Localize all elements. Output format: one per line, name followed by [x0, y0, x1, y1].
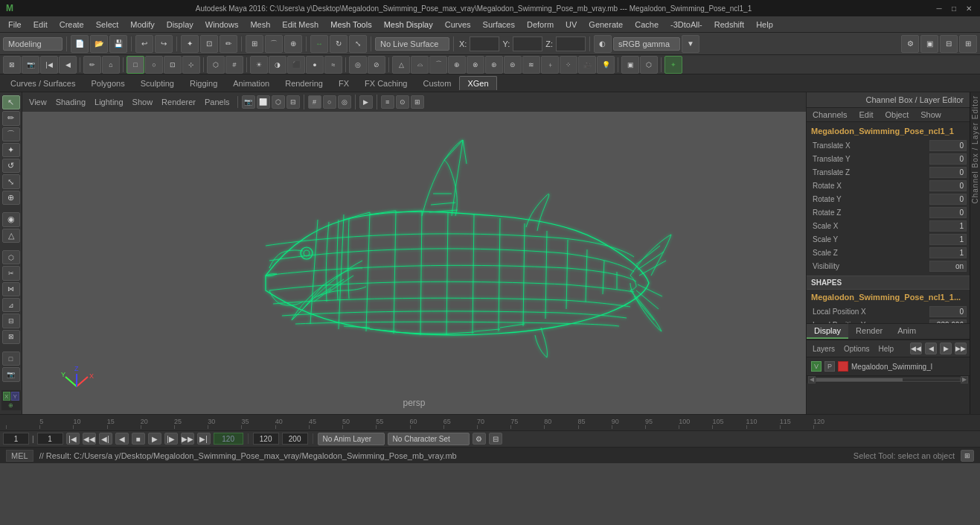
- texture-button[interactable]: ⬛: [287, 56, 305, 74]
- tab-rigging[interactable]: Rigging: [182, 77, 225, 90]
- layer-color-swatch[interactable]: [838, 361, 848, 372]
- dt-tab-anim[interactable]: Anim: [890, 324, 923, 339]
- playback-key-prev-button[interactable]: ◀: [59, 56, 77, 74]
- menu-generate[interactable]: Generate: [583, 19, 628, 31]
- rotate-mode-button[interactable]: ↺: [2, 159, 20, 173]
- connect-button[interactable]: ⋈: [2, 282, 20, 296]
- show-ik-button[interactable]: ⊗: [467, 56, 484, 74]
- cb-visibility-value[interactable]: [929, 261, 967, 272]
- menu-deform[interactable]: Deform: [522, 19, 559, 31]
- menu-modify[interactable]: Modify: [125, 19, 159, 31]
- playback-options-button[interactable]: ⚙: [473, 433, 486, 445]
- show-hair-button[interactable]: ⍭: [541, 56, 559, 74]
- render-view-button[interactable]: ▣: [621, 56, 639, 74]
- menu-curves[interactable]: Curves: [440, 19, 476, 31]
- snap-grid-button[interactable]: ⊞: [246, 35, 263, 53]
- select-mode-button[interactable]: ↖: [2, 95, 20, 109]
- snap-curve-button[interactable]: ⌒: [265, 35, 283, 53]
- paint-select-mode-button[interactable]: ✏: [2, 111, 20, 125]
- layer-playback-toggle[interactable]: P: [824, 361, 835, 372]
- paint-effects-button[interactable]: ✏: [83, 56, 101, 74]
- cb-translate-y-value[interactable]: [929, 153, 967, 165]
- xgen-button[interactable]: ✦: [664, 56, 682, 74]
- scrollbar-track[interactable]: [816, 378, 961, 382]
- cb-scale-y-value[interactable]: [929, 234, 967, 245]
- rotate-tool-button[interactable]: ↻: [330, 35, 348, 53]
- extrude-button[interactable]: ⊟: [2, 314, 20, 328]
- scrollbar-thumb[interactable]: [816, 378, 903, 381]
- snap-point-button[interactable]: ⊕: [284, 35, 302, 53]
- shadow-button[interactable]: ◑: [269, 56, 286, 74]
- select-tool-button[interactable]: ✦: [181, 35, 199, 53]
- universal-mode-button[interactable]: ⊕: [2, 191, 20, 205]
- menu-help[interactable]: Help: [751, 19, 778, 31]
- tab-xgen[interactable]: XGen: [459, 76, 496, 90]
- tab-rendering[interactable]: Rendering: [278, 77, 330, 90]
- lasso-mode-button[interactable]: ⌒: [2, 127, 20, 141]
- menu-surfaces[interactable]: Surfaces: [478, 19, 520, 31]
- play-back-button[interactable]: ◀: [115, 433, 129, 445]
- playback-prev-button[interactable]: |◀: [40, 56, 58, 74]
- cb-tab-object[interactable]: Object: [879, 108, 915, 121]
- skip-to-start-button[interactable]: |◀: [66, 433, 80, 445]
- le-help-menu[interactable]: Help: [875, 344, 897, 354]
- camera-settings-button[interactable]: 📷: [22, 56, 39, 74]
- maximize-button[interactable]: □: [949, 3, 959, 13]
- attribute-editor-strip[interactable]: Channel Box / Layer Editor: [970, 92, 980, 414]
- cb-tab-edit[interactable]: Edit: [853, 108, 879, 121]
- start-frame-input[interactable]: [37, 433, 63, 445]
- range-end-input[interactable]: [253, 433, 279, 445]
- show-fluids-button[interactable]: ≋: [522, 56, 540, 74]
- ambient-occlusion-button[interactable]: ●: [306, 56, 324, 74]
- timeline-ruler[interactable]: 5 10 15 20 2: [0, 415, 980, 431]
- x-input[interactable]: [470, 36, 499, 51]
- step-back-button[interactable]: ◀◀: [83, 433, 96, 445]
- bridge-button[interactable]: ⊠: [2, 330, 20, 344]
- workspace-dropdown[interactable]: Modeling: [3, 37, 63, 51]
- layer-visibility-toggle[interactable]: V: [811, 361, 822, 372]
- render-settings-button[interactable]: ⚙: [901, 35, 919, 53]
- display-shading-button[interactable]: □: [126, 56, 144, 74]
- paint-select-button[interactable]: ✏: [220, 35, 237, 53]
- dt-tab-render[interactable]: Render: [848, 324, 890, 339]
- tab-animation[interactable]: Animation: [225, 77, 277, 90]
- close-button[interactable]: ✕: [964, 3, 974, 13]
- sculpt-button[interactable]: ⌂: [102, 56, 120, 74]
- menu-mesh-display[interactable]: Mesh Display: [379, 19, 438, 31]
- create-poly-button[interactable]: ⬡: [2, 250, 20, 264]
- step-fwd-button[interactable]: ▶▶: [181, 433, 194, 445]
- bevel-button[interactable]: ⊿: [2, 298, 20, 312]
- live-surface-dropdown[interactable]: No Live Surface: [375, 37, 449, 51]
- cb-local-pos-x-value[interactable]: [929, 306, 967, 317]
- le-options-menu[interactable]: Options: [841, 344, 872, 354]
- cb-rotate-y-value[interactable]: [929, 194, 967, 205]
- menu-file[interactable]: File: [3, 19, 27, 31]
- show-nurbs-button[interactable]: ⌓: [411, 56, 429, 74]
- soft-select-button[interactable]: ◉: [2, 212, 20, 226]
- minimize-button[interactable]: ─: [934, 3, 944, 13]
- cb-translate-z-value[interactable]: [929, 167, 967, 178]
- scale-mode-button[interactable]: ⤡: [2, 174, 20, 188]
- end-frame-input[interactable]: [214, 433, 243, 445]
- anim-layer-dropdown[interactable]: No Anim Layer: [318, 433, 385, 445]
- show-dynamics-button[interactable]: ⊜: [504, 56, 522, 74]
- move-mode-button[interactable]: ✦: [2, 143, 20, 157]
- scroll-left-button[interactable]: ◀: [808, 376, 816, 384]
- ui-config-button[interactable]: ⊟: [940, 35, 958, 53]
- render-options-button[interactable]: ⊟: [489, 433, 502, 445]
- save-file-button[interactable]: 💾: [109, 35, 127, 53]
- menu-mesh[interactable]: Mesh: [245, 19, 275, 31]
- grid-button[interactable]: #: [225, 56, 243, 74]
- char-set-dropdown[interactable]: No Character Set: [388, 433, 470, 445]
- cb-tab-show[interactable]: Show: [915, 108, 947, 121]
- new-file-button[interactable]: 📄: [71, 35, 89, 53]
- cb-rotate-z-value[interactable]: [929, 207, 967, 218]
- anti-alias-button[interactable]: ≈: [324, 56, 342, 74]
- stop-button[interactable]: ■: [132, 433, 145, 445]
- gamma-settings-button[interactable]: ▼: [682, 35, 699, 53]
- menu-3dto[interactable]: -3DtoAll-: [665, 19, 708, 31]
- tab-fx-caching[interactable]: FX Caching: [357, 77, 414, 90]
- le-nav-prev[interactable]: ◀: [925, 343, 937, 354]
- z-input[interactable]: [556, 36, 586, 51]
- skip-to-end-button[interactable]: ▶|: [197, 433, 211, 445]
